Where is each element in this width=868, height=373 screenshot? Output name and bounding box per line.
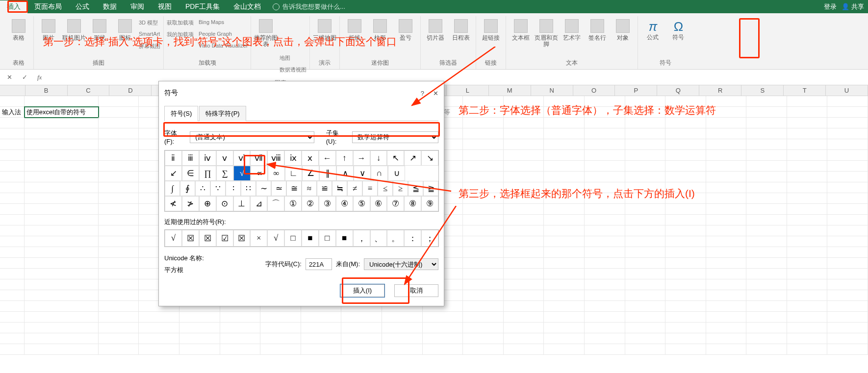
cell[interactable] [625, 118, 666, 128]
cell[interactable] [787, 193, 828, 204]
cell[interactable] [625, 182, 666, 193]
cell[interactable] [504, 182, 544, 193]
font-select[interactable]: (普通文本) [190, 131, 314, 143]
cell[interactable] [625, 96, 666, 107]
ribbon-item-small[interactable]: People Graph [199, 31, 248, 42]
cell[interactable] [179, 312, 220, 323]
cell[interactable] [585, 96, 625, 107]
symbol-cell[interactable]: ∝ [251, 166, 268, 181]
cell[interactable] [544, 312, 585, 323]
tab-data[interactable]: 数据 [96, 0, 124, 13]
cell[interactable] [0, 258, 25, 269]
col-header[interactable]: N [531, 85, 573, 96]
recent-symbol[interactable]: □ [319, 230, 336, 247]
cell[interactable] [827, 128, 868, 139]
cell[interactable] [260, 344, 301, 355]
tab-view[interactable]: 视图 [151, 0, 179, 13]
cell[interactable] [463, 269, 504, 279]
cell[interactable] [827, 225, 868, 236]
cell[interactable] [585, 150, 625, 161]
ribbon-item[interactable]: π公式 [641, 16, 664, 41]
ribbon-item-small[interactable]: Visio Data Visualizer [199, 43, 248, 53]
cell[interactable] [544, 96, 585, 107]
ribbon-item-small[interactable]: 3D 模型 [139, 19, 160, 30]
symbol-cell[interactable]: ∼ [256, 181, 271, 196]
cell[interactable] [706, 236, 747, 247]
cell[interactable] [585, 118, 625, 128]
cell[interactable] [746, 150, 787, 161]
cell[interactable] [706, 161, 747, 172]
cell[interactable] [625, 290, 666, 301]
cell[interactable] [25, 215, 99, 225]
ribbon-item[interactable]: 形状 [88, 16, 111, 41]
cell[interactable] [787, 247, 828, 258]
ribbon-item[interactable]: 签名行 [586, 16, 609, 41]
cell[interactable] [0, 323, 25, 333]
cell[interactable] [25, 323, 99, 333]
cell[interactable] [706, 150, 747, 161]
cell[interactable] [585, 301, 625, 312]
cell[interactable] [827, 182, 868, 193]
cell[interactable] [463, 333, 504, 344]
symbol-cell[interactable]: ≯ [182, 196, 199, 211]
cell[interactable] [706, 312, 747, 323]
cell[interactable] [99, 312, 139, 323]
cell[interactable] [665, 225, 706, 236]
cell[interactable] [25, 301, 99, 312]
cell[interactable] [585, 333, 625, 344]
cell[interactable] [544, 269, 585, 279]
cell[interactable] [463, 139, 504, 150]
cell[interactable] [665, 333, 706, 344]
tab-pdf[interactable]: PDF工具集 [179, 0, 227, 13]
symbol-cell[interactable]: ≃ [271, 181, 286, 196]
cell[interactable] [665, 161, 706, 172]
ribbon-item[interactable]: 页眉和页脚 [535, 16, 558, 48]
ribbon-item-small[interactable]: 地图 [280, 54, 306, 65]
cell[interactable] [463, 161, 504, 172]
cell[interactable] [0, 344, 25, 355]
col-header[interactable]: L [447, 85, 489, 96]
cell[interactable] [665, 204, 706, 215]
col-header[interactable]: R [699, 85, 741, 96]
symbol-cell[interactable]: ⊥ [233, 196, 251, 211]
cell[interactable] [463, 344, 504, 355]
cell[interactable] [301, 312, 342, 323]
cell[interactable] [25, 290, 99, 301]
cell[interactable] [0, 225, 25, 236]
cell[interactable] [827, 344, 868, 355]
help-icon[interactable]: ? [421, 90, 424, 97]
cell[interactable] [0, 96, 25, 107]
cell[interactable] [504, 323, 544, 333]
cell[interactable] [301, 333, 342, 344]
col-header[interactable]: P [615, 85, 657, 96]
col-header[interactable]: O [573, 85, 615, 96]
symbol-cell[interactable]: ⅲ [182, 150, 199, 166]
cell[interactable] [504, 225, 544, 236]
col-header[interactable] [0, 85, 26, 96]
cell[interactable] [544, 204, 585, 215]
col-header[interactable]: Q [657, 85, 699, 96]
cell[interactable] [301, 323, 342, 333]
cell[interactable] [0, 301, 25, 312]
cell[interactable] [139, 312, 179, 323]
cell[interactable] [827, 323, 868, 333]
cell[interactable] [827, 161, 868, 172]
recent-symbol[interactable]: ； [421, 230, 438, 247]
cell[interactable] [0, 182, 25, 193]
cell[interactable] [585, 161, 625, 172]
cell[interactable] [585, 193, 625, 204]
symbol-cell[interactable]: ⅳ [199, 150, 216, 166]
cell[interactable] [787, 279, 828, 290]
symbol-cell[interactable]: ∨ [354, 166, 371, 181]
cell[interactable] [625, 269, 666, 279]
tab-special[interactable]: 特殊字符(P) [199, 106, 246, 121]
from-select[interactable]: Unicode(十六进制) [364, 258, 438, 270]
cell[interactable] [504, 96, 544, 107]
recent-symbol[interactable]: ■ [302, 230, 319, 247]
cell[interactable] [99, 215, 139, 225]
symbol-cell[interactable]: ↙ [165, 166, 182, 181]
cell[interactable] [585, 247, 625, 258]
cell[interactable] [504, 118, 544, 128]
cell[interactable] [585, 236, 625, 247]
cell[interactable] [585, 269, 625, 279]
